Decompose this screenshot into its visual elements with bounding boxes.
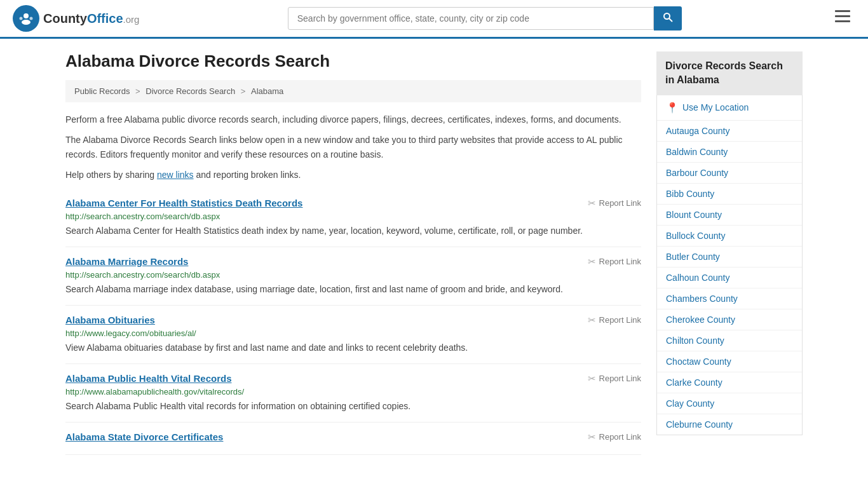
logo-text: CountyOffice.org (43, 11, 139, 26)
svg-point-2 (22, 20, 31, 25)
search-input[interactable] (288, 7, 654, 30)
report-icon: ✂ (588, 198, 596, 209)
menu-button[interactable] (830, 8, 855, 29)
breadcrumb-public-records[interactable]: Public Records (74, 86, 130, 96)
main-container: Alabama Divorce Records Search Public Re… (53, 39, 815, 468)
svg-point-4 (30, 17, 33, 20)
record-header: Alabama Center For Health Statistics Dea… (65, 198, 641, 209)
report-link[interactable]: ✂ Report Link (588, 431, 641, 443)
report-link[interactable]: ✂ Report Link (588, 256, 641, 268)
record-item: Alabama State Divorce Certificates ✂ Rep… (65, 423, 641, 455)
search-button[interactable] (654, 6, 682, 30)
breadcrumb: Public Records > Divorce Records Search … (65, 80, 641, 102)
record-title[interactable]: Alabama Public Health Vital Records (65, 373, 231, 384)
county-link[interactable]: Blount County (657, 205, 802, 226)
report-label: Report Link (599, 257, 641, 266)
county-link[interactable]: Calhoun County (657, 268, 802, 288)
desc-3: Help others by sharing new links and rep… (65, 168, 641, 182)
desc-3-suffix: and reporting broken links. (194, 170, 301, 180)
records-list: Alabama Center For Health Statistics Dea… (65, 189, 641, 455)
county-link[interactable]: Baldwin County (657, 142, 802, 163)
county-link[interactable]: Chambers County (657, 288, 802, 309)
description: Perform a free Alabama public divorce re… (65, 112, 641, 182)
county-link[interactable]: Barbour County (657, 163, 802, 184)
report-label: Report Link (599, 374, 641, 383)
record-url[interactable]: http://www.legacy.com/obituaries/al/ (65, 329, 641, 338)
report-link[interactable]: ✂ Report Link (588, 315, 641, 326)
record-item: Alabama Public Health Vital Records ✂ Re… (65, 364, 641, 423)
use-my-location[interactable]: 📍 Use My Location (657, 95, 802, 121)
desc-2: The Alabama Divorce Records Search links… (65, 133, 641, 161)
header-right (830, 8, 855, 29)
svg-line-6 (669, 18, 672, 22)
svg-rect-8 (835, 15, 850, 17)
content-area: Alabama Divorce Records Search Public Re… (65, 51, 641, 455)
county-link[interactable]: Bibb County (657, 184, 802, 205)
record-header: Alabama State Divorce Certificates ✂ Rep… (65, 431, 641, 443)
svg-rect-7 (835, 10, 850, 12)
breadcrumb-sep1: > (135, 86, 142, 96)
record-title[interactable]: Alabama Center For Health Statistics Dea… (65, 198, 302, 208)
record-title[interactable]: Alabama Obituaries (65, 315, 155, 325)
header: CountyOffice.org (0, 0, 868, 39)
svg-rect-9 (835, 20, 850, 22)
county-link[interactable]: Clarke County (657, 372, 802, 393)
record-item: Alabama Center For Health Statistics Dea… (65, 189, 641, 247)
record-url[interactable]: http://search.ancestry.com/search/db.asp… (65, 212, 641, 221)
county-link[interactable]: Cleburne County (657, 414, 802, 435)
county-link[interactable]: Butler County (657, 247, 802, 268)
search-area (288, 6, 682, 30)
record-header: Alabama Marriage Records ✂ Report Link (65, 256, 641, 268)
report-link[interactable]: ✂ Report Link (588, 373, 641, 384)
report-icon: ✂ (588, 256, 596, 268)
sidebar-content: 📍 Use My Location Autauga CountyBaldwin … (656, 95, 803, 435)
record-title[interactable]: Alabama State Divorce Certificates (65, 431, 223, 442)
svg-point-3 (20, 17, 23, 20)
desc-1: Perform a free Alabama public divorce re… (65, 112, 641, 126)
use-my-location-label: Use My Location (682, 102, 749, 112)
page-title: Alabama Divorce Records Search (65, 51, 641, 71)
report-icon: ✂ (588, 431, 596, 443)
record-header: Alabama Obituaries ✂ Report Link (65, 315, 641, 326)
logo-icon (13, 5, 39, 32)
county-link[interactable]: Choctaw County (657, 351, 802, 372)
breadcrumb-alabama[interactable]: Alabama (251, 86, 283, 96)
logo-area: CountyOffice.org (13, 5, 139, 32)
county-link[interactable]: Clay County (657, 393, 802, 414)
county-link[interactable]: Bullock County (657, 226, 802, 247)
new-links-link[interactable]: new links (157, 170, 194, 180)
report-label: Report Link (599, 432, 641, 442)
record-header: Alabama Public Health Vital Records ✂ Re… (65, 373, 641, 384)
report-label: Report Link (599, 198, 641, 208)
record-url[interactable]: http://www.alabamapublichealth.gov/vital… (65, 387, 641, 396)
record-item: Alabama Obituaries ✂ Report Link http://… (65, 306, 641, 364)
county-link[interactable]: Chilton County (657, 330, 802, 351)
record-url[interactable]: http://search.ancestry.com/search/db.asp… (65, 270, 641, 280)
report-label: Report Link (599, 315, 641, 325)
report-icon: ✂ (588, 373, 596, 384)
sidebar: Divorce Records Search in Alabama 📍 Use … (656, 51, 803, 455)
breadcrumb-sep2: > (241, 86, 248, 96)
svg-point-1 (24, 13, 29, 18)
breadcrumb-divorce-records[interactable]: Divorce Records Search (146, 86, 235, 96)
record-item: Alabama Marriage Records ✂ Report Link h… (65, 247, 641, 306)
record-desc: Search Alabama Center for Health Statist… (65, 224, 641, 238)
record-title[interactable]: Alabama Marriage Records (65, 256, 188, 267)
report-icon: ✂ (588, 315, 596, 326)
county-link[interactable]: Cherokee County (657, 309, 802, 330)
desc-3-prefix: Help others by sharing (65, 170, 157, 180)
record-desc: Search Alabama Public Health vital recor… (65, 400, 641, 413)
sidebar-title: Divorce Records Search in Alabama (656, 51, 803, 95)
svg-point-5 (664, 13, 670, 19)
report-link[interactable]: ✂ Report Link (588, 198, 641, 209)
record-desc: Search Alabama marriage index database, … (65, 283, 641, 296)
county-link[interactable]: Autauga County (657, 121, 802, 142)
record-desc: View Alabama obituaries database by firs… (65, 341, 641, 355)
location-pin-icon: 📍 (666, 102, 679, 114)
county-links: Autauga CountyBaldwin CountyBarbour Coun… (657, 121, 802, 435)
